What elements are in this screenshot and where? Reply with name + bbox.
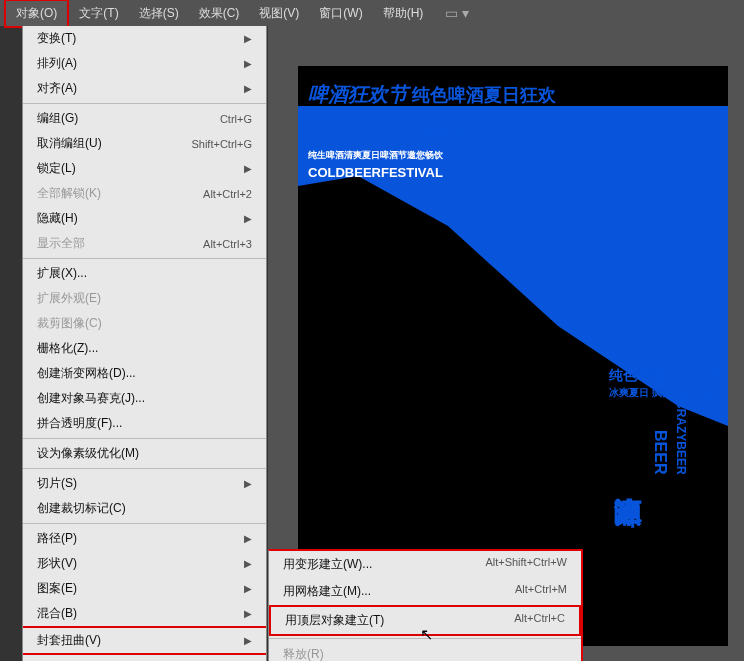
mi-path[interactable]: 路径(P)▶ [23,526,266,551]
mi-slice[interactable]: 切片(S)▶ [23,471,266,496]
mi-pattern[interactable]: 图案(E)▶ [23,576,266,601]
vertical-text-right: 冰爽夏日 疯狂啤酒 冰爽啤酒 邀您喝 CRAZYBEER [729,76,744,169]
mi-envelope[interactable]: 封套扭曲(V)▶ [23,626,266,655]
menu-text[interactable]: 文字(T) [69,1,128,26]
mi-transform[interactable]: 变换(T)▶ [23,26,266,51]
sub-release: 释放(R) [269,641,581,661]
mi-unlockall: 全部解锁(K)Alt+Ctrl+2 [23,181,266,206]
mi-gradmesh[interactable]: 创建渐变网格(D)... [23,361,266,386]
sub-warp[interactable]: 用变形建立(W)...Alt+Shift+Ctrl+W [269,551,581,578]
search-icon[interactable]: ▭ ▾ [445,5,469,21]
mi-perspective[interactable]: 透视(P)▶ [23,655,266,661]
menubar: 对象(O) 文字(T) 选择(S) 效果(C) 视图(V) 窗口(W) 帮助(H… [0,0,744,26]
menu-select[interactable]: 选择(S) [129,1,189,26]
mi-pixelperfect[interactable]: 设为像素级优化(M) [23,441,266,466]
lower-text-block: 纯色啤酒夏日狂欢 冰爽夏日 疯狂啤酒 邀您喝 冰爽啤酒 BEER CRAZYBE… [609,366,739,479]
title-text: 啤酒狂欢节 [308,83,408,105]
mi-hide[interactable]: 隐藏(H)▶ [23,206,266,231]
mi-arrange[interactable]: 排列(A)▶ [23,51,266,76]
beer-text: BEER [324,108,415,141]
sub-mesh[interactable]: 用网格建立(M)...Alt+Ctrl+M [269,578,581,605]
mi-align[interactable]: 对齐(A)▶ [23,76,266,101]
menu-window[interactable]: 窗口(W) [309,1,372,26]
cursor-icon: ↖ [420,625,433,644]
poster-text: 啤酒狂欢节 纯色啤酒夏日狂欢 疯凉狂 BEER ARTMANSDESIGN 纯生… [308,82,668,181]
cold-text: COLDBEERFESTIVAL [308,165,443,180]
mi-cropimg: 裁剪图像(C) [23,311,266,336]
mi-lock[interactable]: 锁定(L)▶ [23,156,266,181]
envelope-submenu: 用变形建立(W)...Alt+Shift+Ctrl+W 用网格建立(M)...A… [268,549,583,661]
mi-rasterize[interactable]: 栅格化(Z)... [23,336,266,361]
mi-ungroup[interactable]: 取消编组(U)Shift+Ctrl+G [23,131,266,156]
mi-flatten[interactable]: 拼合透明度(F)... [23,411,266,436]
menu-view[interactable]: 视图(V) [249,1,309,26]
mi-group[interactable]: 编组(G)Ctrl+G [23,106,266,131]
mi-shape[interactable]: 形状(V)▶ [23,551,266,576]
mi-trimmark[interactable]: 创建裁切标记(C) [23,496,266,521]
mi-blend[interactable]: 混合(B)▶ [23,601,266,626]
mi-showall: 显示全部Alt+Ctrl+3 [23,231,266,256]
menu-help[interactable]: 帮助(H) [373,1,434,26]
object-dropdown: 变换(T)▶ 排列(A)▶ 对齐(A)▶ 编组(G)Ctrl+G 取消编组(U)… [22,26,267,661]
mi-objmosaic[interactable]: 创建对象马赛克(J)... [23,386,266,411]
mi-expandapp: 扩展外观(E) [23,286,266,311]
mi-expand[interactable]: 扩展(X)... [23,261,266,286]
chevron-right-icon: ▶ [244,33,252,44]
menu-effect[interactable]: 效果(C) [189,1,250,26]
menu-object[interactable]: 对象(O) [4,0,69,28]
tagline: 纯色啤酒夏日狂欢 [412,85,556,105]
fest-text: 纯生啤酒清爽夏日啤酒节邀您畅饮 [308,150,443,160]
